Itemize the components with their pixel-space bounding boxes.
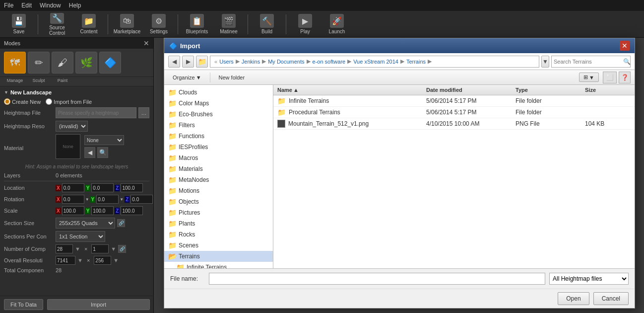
fit-to-data-button[interactable]: Fit To Data — [4, 299, 43, 310]
file-row-infinite-terrains[interactable]: 📁 Infinite Terrains 5/06/2014 5:17 PM Fi… — [273, 95, 635, 107]
import-button[interactable]: Import — [47, 299, 150, 310]
search-input[interactable] — [554, 59, 622, 65]
toolbar-btn-blueprints[interactable]: 📋Blueprints — [182, 13, 212, 36]
dialog-close-button[interactable]: ✕ — [620, 41, 630, 51]
tree-item-pictures[interactable]: 📁 Pictures — [164, 207, 273, 218]
section-size-extra[interactable]: 🔗 — [117, 219, 125, 227]
path-terrains[interactable]: Terrains — [406, 59, 426, 65]
tree-item-scenes[interactable]: 📁 Scenes — [164, 240, 273, 251]
tree-item-plants[interactable]: 📁 Plants — [164, 218, 273, 229]
tree-item-clouds[interactable]: 📁 Clouds — [164, 87, 273, 98]
section-size-select[interactable]: 255x255 Quads — [56, 218, 115, 229]
file-type: File folder — [512, 97, 581, 104]
tree-item-terrains[interactable]: 📂 Terrains — [164, 251, 273, 262]
toolbar-btn-build[interactable]: 🔨Build — [252, 13, 282, 36]
organize-button[interactable]: Organize ▼ — [168, 73, 206, 82]
toolbar-btn-settings[interactable]: ⚙Settings — [144, 13, 174, 36]
tree-item-materials[interactable]: 📁 Materials — [164, 163, 273, 174]
overall-res-label: Overall Resoluti — [4, 257, 54, 263]
path-users[interactable]: Users — [219, 59, 234, 65]
tree-item-functions[interactable]: 📁 Functions — [164, 131, 273, 142]
folder-icon: 📁 — [176, 263, 185, 268]
create-new-option[interactable]: Create New — [4, 98, 41, 105]
path-eon[interactable]: e-on software — [313, 59, 346, 65]
mode-paint-btn[interactable]: 🖌 — [52, 52, 73, 74]
overall-res-input2[interactable] — [94, 256, 111, 265]
sections-per-select[interactable]: 1x1 Section — [56, 231, 105, 242]
rotation-z-input[interactable] — [130, 195, 153, 204]
view-icons-button[interactable]: ⊞ ▼ — [579, 73, 599, 82]
heightmap-res-select[interactable]: (invalid) — [56, 121, 88, 132]
col-header-size[interactable]: Size — [581, 87, 631, 93]
path-mydocs[interactable]: My Documents — [268, 59, 304, 65]
location-x-input[interactable] — [62, 183, 84, 192]
num-comp-input1[interactable] — [56, 244, 73, 253]
col-header-name[interactable]: Name ▲ — [273, 87, 422, 93]
location-y-input[interactable] — [91, 183, 114, 192]
file-row-procedural-terrains[interactable]: 📁 Procedural Terrains 5/06/2014 5:17 PM … — [273, 107, 635, 118]
mode-foliage-btn[interactable]: 🌿 — [75, 52, 97, 74]
mat-back-btn[interactable]: ◀ — [84, 147, 95, 158]
tree-item-infinite-terrains[interactable]: 📁 Infinite Terrains — [164, 262, 273, 268]
new-folder-button[interactable]: New folder — [214, 73, 250, 82]
scale-z-input[interactable] — [121, 206, 143, 215]
rotation-y-input[interactable] — [96, 195, 119, 204]
tree-item-filters[interactable]: 📁 Filters — [164, 120, 273, 131]
tree-item-rocks[interactable]: 📁 Rocks — [164, 229, 273, 240]
search-icon[interactable]: 🔍 — [623, 58, 631, 65]
toolbar-btn-save[interactable]: 💾Save — [4, 13, 34, 36]
material-icon-row: ◀ 🔍 — [84, 147, 124, 158]
tree-item-objects[interactable]: 📁 Objects — [164, 196, 273, 207]
folder-icon: 📁 — [168, 220, 177, 228]
toolbar-btn-marketplace[interactable]: 🛍Marketplace — [112, 13, 142, 36]
menu-window[interactable]: Window — [40, 2, 61, 9]
col-header-type[interactable]: Type — [512, 87, 581, 93]
filename-input[interactable] — [209, 273, 545, 285]
material-select[interactable]: None — [84, 135, 124, 145]
num-comp-link[interactable]: 🔗 — [118, 245, 126, 253]
mode-manage-btn[interactable]: 🗺 — [4, 52, 26, 74]
tree-item-motions[interactable]: 📁 Motions — [164, 185, 273, 196]
num-comp-input2[interactable] — [91, 244, 109, 253]
file-size: 104 KB — [581, 120, 631, 127]
open-button[interactable]: Open — [558, 292, 589, 305]
scale-x-label: X — [56, 208, 61, 214]
tree-item-iesprofiles[interactable]: 📁 IESProfiles — [164, 142, 273, 153]
file-name: Procedural Terrains — [289, 109, 340, 116]
filetype-select[interactable]: All Heightmap files — [549, 273, 629, 285]
menu-file[interactable]: File — [4, 2, 13, 9]
toolbar-btn-launch[interactable]: 🚀Launch — [322, 13, 352, 36]
mode-sculpt-btn[interactable]: ✏ — [28, 52, 50, 74]
toolbar-btn-play[interactable]: ▶Play — [290, 13, 320, 36]
menu-help[interactable]: Help — [69, 2, 81, 9]
location-z-input[interactable] — [121, 183, 143, 192]
toolbar-btn-matinee[interactable]: 🎬Matinee — [214, 13, 244, 36]
import-from-file-option[interactable]: Import from File — [46, 98, 92, 105]
help-btn[interactable]: ❓ — [619, 72, 631, 83]
tree-item-colormaps[interactable]: 📁 Color Maps — [164, 98, 273, 109]
path-vue[interactable]: Vue xStream 2014 — [353, 59, 398, 65]
tree-item-macros[interactable]: 📁 Macros — [164, 153, 273, 163]
nav-forward-button[interactable]: ▶ — [182, 56, 194, 68]
file-row-png[interactable]: Mountain_Terrain_512_v1.png 4/10/2015 10… — [273, 118, 635, 130]
rotation-x-input[interactable] — [62, 195, 84, 204]
cancel-button[interactable]: Cancel — [593, 292, 629, 305]
heightmap-input[interactable] — [56, 107, 136, 118]
scale-x-input[interactable] — [62, 206, 84, 215]
scale-y-input[interactable] — [91, 206, 114, 215]
modes-close-button[interactable]: ✕ — [143, 39, 149, 47]
nav-back-button[interactable]: ◀ — [168, 56, 180, 68]
browse-button[interactable]: … — [138, 107, 149, 118]
tree-item-ecobrushes[interactable]: 📁 Eco-Brushes — [164, 109, 273, 120]
path-jenkins[interactable]: Jenkins — [242, 59, 260, 65]
overall-res-input1[interactable] — [56, 256, 75, 265]
toolbar-btn-source-control[interactable]: 🔧Source Control — [42, 13, 72, 36]
preview-toggle-btn[interactable]: ⬜ — [603, 72, 617, 83]
menu-edit[interactable]: Edit — [21, 2, 32, 9]
col-header-date[interactable]: Date modified — [422, 87, 512, 93]
mat-search-btn[interactable]: 🔍 — [97, 147, 108, 158]
path-dropdown-btn[interactable]: ▼ — [541, 56, 549, 68]
tree-item-metanodes[interactable]: 📁 MetaNodes — [164, 174, 273, 185]
mode-geo-btn[interactable]: 🔷 — [99, 52, 121, 74]
toolbar-btn-content[interactable]: 📁Content — [74, 13, 104, 36]
